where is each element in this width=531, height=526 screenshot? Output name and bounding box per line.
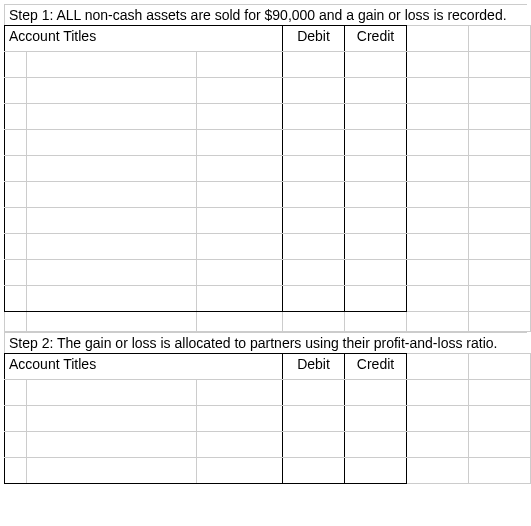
table-row (5, 130, 531, 156)
table-row (5, 182, 531, 208)
credit-header: Credit (345, 354, 407, 380)
step2-table: Account Titles Debit Credit (4, 353, 531, 484)
account-titles-header: Account Titles (5, 26, 283, 52)
table-row (5, 406, 531, 432)
step2-header-row: Account Titles Debit Credit (5, 354, 531, 380)
debit-header: Debit (283, 26, 345, 52)
table-row (5, 234, 531, 260)
table-row (5, 208, 531, 234)
table-row (5, 432, 531, 458)
debit-header: Debit (283, 354, 345, 380)
table-row (5, 52, 531, 78)
step2-title: Step 2: The gain or loss is allocated to… (4, 332, 527, 353)
step1-table: Account Titles Debit Credit (4, 25, 531, 332)
extra-cell (407, 354, 469, 380)
table-row (5, 260, 531, 286)
table-row (5, 104, 531, 130)
step1-header-row: Account Titles Debit Credit (5, 26, 531, 52)
extra-cell (407, 26, 469, 52)
extra-cell (469, 26, 531, 52)
step2-section: Step 2: The gain or loss is allocated to… (4, 332, 527, 484)
account-titles-header: Account Titles (5, 354, 283, 380)
step1-section: Step 1: ALL non-cash assets are sold for… (4, 4, 527, 332)
table-row (5, 286, 531, 312)
table-row (5, 156, 531, 182)
table-row (5, 78, 531, 104)
table-row (5, 380, 531, 406)
extra-cell (469, 354, 531, 380)
step1-title: Step 1: ALL non-cash assets are sold for… (4, 4, 527, 25)
credit-header: Credit (345, 26, 407, 52)
table-row (5, 458, 531, 484)
spacer-row (5, 312, 531, 332)
